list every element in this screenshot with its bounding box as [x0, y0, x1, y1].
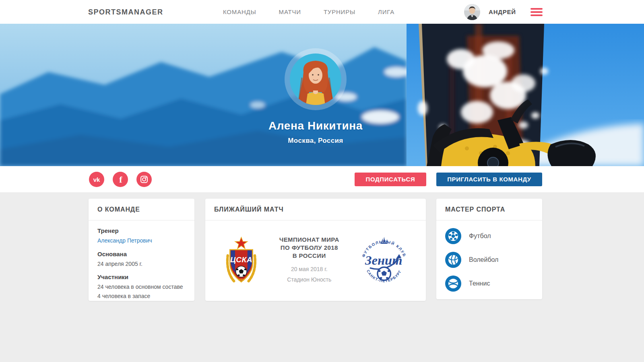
- subscribe-button[interactable]: ПОДПИСАТЬСЯ: [355, 173, 426, 186]
- event-name-line2: ПО ФУТБОЛУ 2018: [260, 244, 359, 252]
- members-reserve: 4 человека в запасе: [97, 292, 186, 300]
- sport-label-football: Футбол: [469, 232, 491, 240]
- members-label: Участники: [97, 274, 186, 280]
- instagram-icon[interactable]: [136, 172, 152, 187]
- about-team-card: О КОМАНДЕ Тренер Александр Петрович Осно…: [89, 199, 194, 301]
- user-avatar: [464, 4, 480, 20]
- sport-row-football: Футбол: [445, 228, 542, 244]
- hamburger-menu-icon[interactable]: [530, 8, 543, 16]
- app-logo[interactable]: SPORTSMANAGER: [88, 8, 163, 16]
- vk-glyph: vk: [93, 176, 100, 183]
- vk-icon[interactable]: vk: [89, 172, 104, 187]
- sport-row-tennis: Теннис: [445, 276, 542, 292]
- founded-value: 24 апреля 2005 г.: [97, 260, 186, 268]
- tennis-icon: [445, 276, 461, 292]
- coach-link[interactable]: Александр Петрович: [97, 237, 152, 244]
- page: SPORTSMANAGER КОМАНДЫ МАТЧИ ТУРНИРЫ ЛИГА…: [0, 0, 644, 362]
- master-of-sports-card: МАСТЕР СПОРТА: [436, 199, 542, 299]
- coach-label: Тренер: [97, 227, 186, 234]
- facebook-icon[interactable]: f: [113, 172, 128, 187]
- invite-to-team-button[interactable]: ПРИГЛАСИТЬ В КОМАНДУ: [436, 173, 542, 186]
- cska-logo-text: ЦСКА: [230, 255, 252, 263]
- next-match-card: БЛИЖАЙШИЙ МАТЧ ЦСКА: [205, 199, 426, 301]
- match-venue: Стадион Юность: [260, 276, 359, 283]
- profile-avatar: [290, 53, 341, 105]
- sport-row-volleyball: Волейбол: [445, 252, 542, 268]
- profile-name: Алена Никитина: [268, 119, 363, 132]
- event-name-line3: В РОССИИ: [260, 252, 359, 260]
- event-name-line1: ЧЕМПИОНАТ МИРА: [260, 236, 359, 244]
- sport-label-tennis: Теннис: [469, 280, 490, 287]
- profile-caption: Алена Никитина Москва, Россия: [268, 119, 363, 145]
- main-nav: КОМАНДЫ МАТЧИ ТУРНИРЫ ЛИГА: [223, 0, 394, 24]
- members-main: 24 человека в основном составе: [97, 283, 186, 291]
- volleyball-icon: [445, 252, 461, 268]
- football-icon: [445, 228, 461, 244]
- facebook-glyph: f: [119, 175, 122, 185]
- sport-label-volleyball: Волейбол: [469, 256, 498, 263]
- match-date: 20 мая 2018 г.: [260, 266, 359, 272]
- user-name: АНДРЕЙ: [489, 8, 516, 15]
- cska-logo: ЦСКА ПФК: [223, 236, 260, 285]
- nav-item-tournaments[interactable]: ТУРНИРЫ: [324, 8, 355, 15]
- top-navbar: SPORTSMANAGER КОМАНДЫ МАТЧИ ТУРНИРЫ ЛИГА…: [0, 0, 644, 24]
- master-of-sports-title: МАСТЕР СПОРТА: [445, 206, 505, 213]
- nav-item-league[interactable]: ЛИГА: [378, 8, 394, 15]
- founded-label: Основана: [97, 251, 186, 257]
- nav-item-teams[interactable]: КОМАНДЫ: [223, 8, 256, 15]
- profile-location: Москва, Россия: [268, 137, 363, 145]
- about-team-title: О КОМАНДЕ: [97, 206, 140, 213]
- next-match-title: БЛИЖАЙШИЙ МАТЧ: [214, 206, 284, 213]
- social-links: vk f: [89, 166, 152, 192]
- profile-avatar-ring: [285, 48, 347, 110]
- action-bar: vk f ПОДПИСАТЬСЯ ПРИГЛАСИТЬ В КОМАНДУ: [0, 166, 644, 192]
- main-content: О КОМАНДЕ Тренер Александр Петрович Осно…: [0, 192, 644, 362]
- zenit-logo: ФУТБОЛЬНЫЙ КЛУБ САНКТ-ПЕТЕРБУРГ: [359, 235, 409, 286]
- profile-hero: Алена Никитина Москва, Россия: [0, 24, 644, 166]
- nav-item-matches[interactable]: МАТЧИ: [279, 8, 301, 15]
- user-menu[interactable]: АНДРЕЙ: [464, 4, 516, 20]
- cska-logo-subtext: ПФК: [238, 278, 244, 281]
